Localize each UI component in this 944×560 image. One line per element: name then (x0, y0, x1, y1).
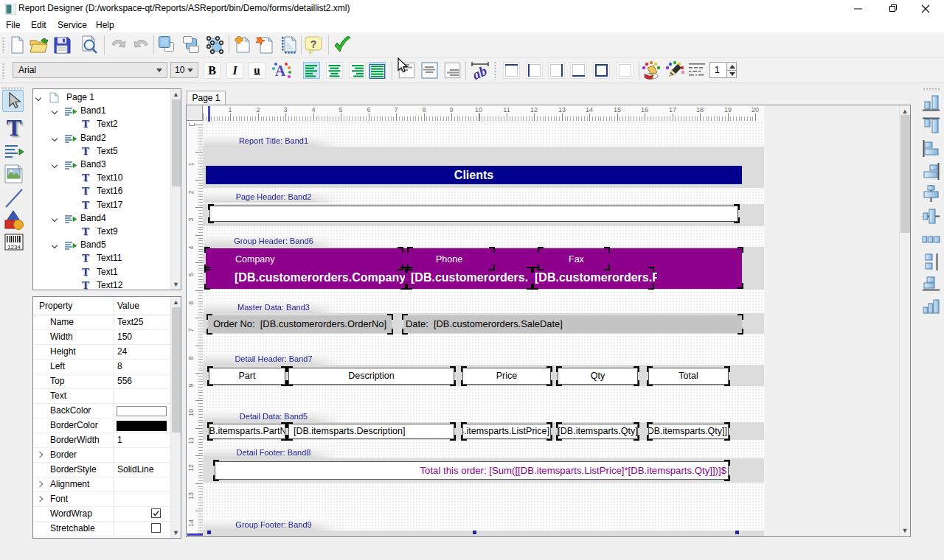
svg-text:?: ? (310, 38, 317, 50)
svg-text:1234: 1234 (7, 244, 21, 251)
svg-text:T: T (7, 115, 22, 140)
svg-text:ab: ab (471, 63, 489, 80)
